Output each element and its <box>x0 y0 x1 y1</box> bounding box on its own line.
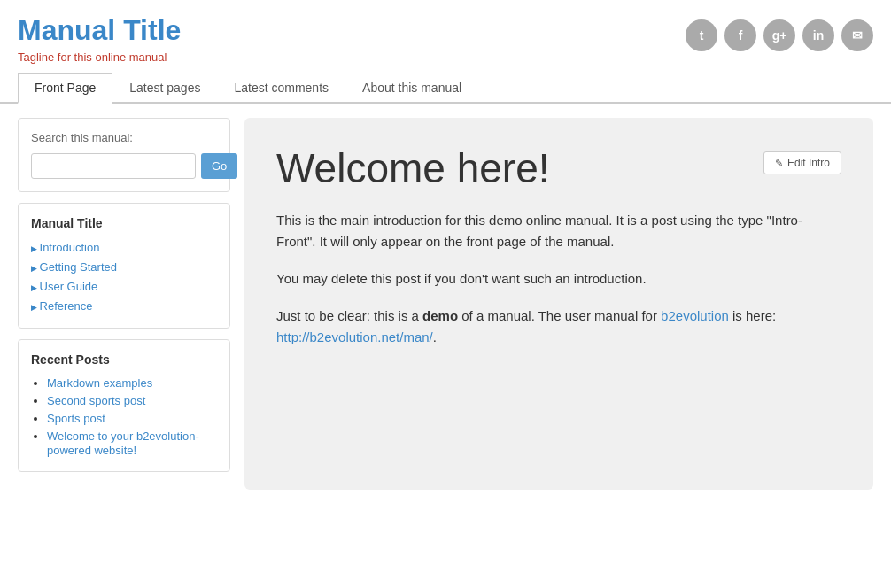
tab-latest-pages[interactable]: Latest pages <box>112 73 217 104</box>
nav-link-getting-started[interactable]: Getting Started <box>40 260 117 274</box>
site-title: Manual Title <box>18 14 181 47</box>
manual-url-link[interactable]: http://b2evolution.net/man/ <box>276 329 433 344</box>
recent-post-welcome[interactable]: Welcome to your b2evolution-powered webs… <box>47 429 199 457</box>
list-item: Welcome to your b2evolution-powered webs… <box>47 427 217 459</box>
list-item: Reference <box>31 296 217 315</box>
facebook-icon[interactable]: f <box>724 19 756 51</box>
linkedin-icon[interactable]: in <box>802 19 834 51</box>
manual-nav-title: Manual Title <box>31 216 217 230</box>
list-item: Sports post <box>47 409 217 427</box>
search-box: Search this manual: Go <box>18 118 230 192</box>
search-input[interactable] <box>31 153 196 179</box>
demo-bold: demo <box>422 308 458 323</box>
tab-front-page[interactable]: Front Page <box>18 73 112 104</box>
content-body: This is the main introduction for this d… <box>276 210 841 348</box>
list-item: Getting Started <box>31 257 217 276</box>
search-button[interactable]: Go <box>201 153 237 179</box>
list-item: Markdown examples <box>47 374 217 391</box>
manual-nav-box: Manual Title Introduction Getting Starte… <box>18 203 230 329</box>
main-layout: Search this manual: Go Manual Title Intr… <box>0 104 891 504</box>
main-content: Welcome here! ✎ Edit Intro This is the m… <box>244 118 873 490</box>
manual-nav-list: Introduction Getting Started User Guide … <box>31 237 217 315</box>
list-item: Introduction <box>31 237 217 257</box>
social-icons-bar: t f g+ in ✉ <box>686 19 873 51</box>
email-icon[interactable]: ✉ <box>841 19 873 51</box>
content-header: Welcome here! ✎ Edit Intro <box>276 144 841 192</box>
intro-paragraph-3: Just to be clear: this is a demo of a ma… <box>276 306 841 348</box>
nav-link-introduction[interactable]: Introduction <box>40 241 100 254</box>
tagline: Tagline for this online manual <box>18 50 181 64</box>
edit-pencil-icon: ✎ <box>775 158 783 169</box>
search-label: Search this manual: <box>31 131 217 144</box>
recent-post-second-sports[interactable]: Second sports post <box>47 394 145 407</box>
b2evolution-link[interactable]: b2evolution <box>661 308 729 323</box>
recent-post-sports[interactable]: Sports post <box>47 412 105 425</box>
list-item: Second sports post <box>47 391 217 409</box>
recent-post-markdown[interactable]: Markdown examples <box>47 376 152 390</box>
header: Manual Title Tagline for this online man… <box>0 0 891 73</box>
sidebar: Search this manual: Go Manual Title Intr… <box>18 118 230 490</box>
edit-intro-button[interactable]: ✎ Edit Intro <box>763 151 841 174</box>
list-item: User Guide <box>31 276 217 296</box>
welcome-title: Welcome here! <box>276 144 550 192</box>
search-row: Go <box>31 153 217 179</box>
tab-about-manual[interactable]: About this manual <box>345 73 478 104</box>
intro-paragraph-2: You may delete this post if you don't wa… <box>276 268 841 290</box>
recent-posts-list: Markdown examples Second sports post Spo… <box>31 374 217 459</box>
intro-paragraph-1: This is the main introduction for this d… <box>276 210 841 252</box>
nav-link-user-guide[interactable]: User Guide <box>40 280 98 293</box>
recent-posts-box: Recent Posts Markdown examples Second sp… <box>18 339 230 472</box>
edit-intro-label: Edit Intro <box>787 157 830 169</box>
googleplus-icon[interactable]: g+ <box>763 19 795 51</box>
tab-latest-comments[interactable]: Latest comments <box>217 73 345 104</box>
nav-bar: Front Page Latest pages Latest comments … <box>0 73 891 104</box>
header-left: Manual Title Tagline for this online man… <box>18 14 181 64</box>
recent-posts-title: Recent Posts <box>31 352 217 367</box>
twitter-icon[interactable]: t <box>686 19 717 51</box>
nav-link-reference[interactable]: Reference <box>40 299 93 313</box>
